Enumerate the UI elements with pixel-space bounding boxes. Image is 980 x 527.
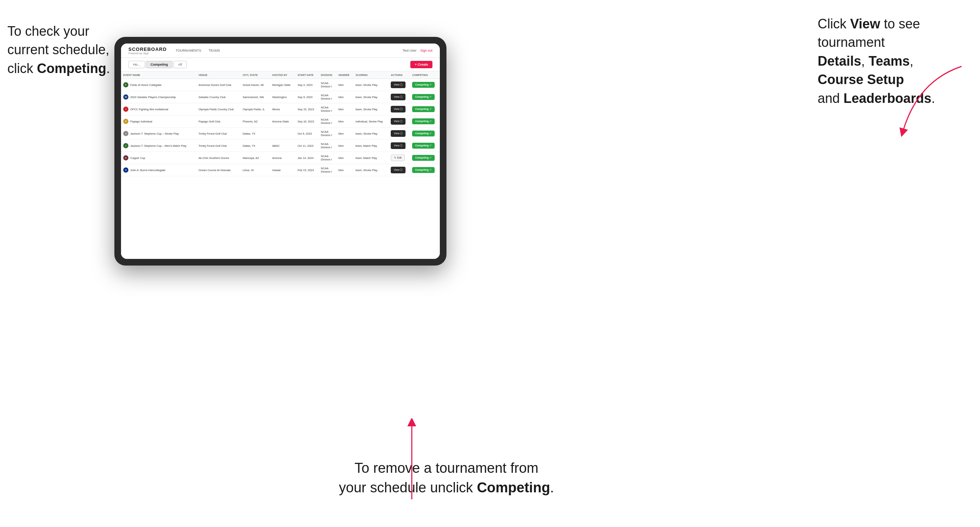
event-name: Copper Cup bbox=[130, 156, 145, 160]
create-button[interactable]: + Create bbox=[410, 61, 433, 68]
view-button[interactable]: View ⓘ bbox=[391, 106, 406, 113]
event-name: Papago Individual bbox=[130, 120, 153, 123]
competing-badge[interactable]: Competing ✓ bbox=[412, 118, 435, 124]
division-cell: NCAADivision I bbox=[321, 81, 332, 88]
app-header: SCOREBOARD Powered by clippi TOURNAMENTS… bbox=[121, 43, 440, 58]
table-row: P Papago Individual Papago Golf ClubPhoe… bbox=[121, 116, 440, 128]
table-cell: Ocean Course At Hokuala bbox=[196, 164, 240, 176]
table-row: A Copper Cup Ak-Chin Southern DunesMaric… bbox=[121, 152, 440, 164]
event-name: Jackson T. Stephens Cup – Men's Match Pl… bbox=[130, 144, 186, 148]
col-scoring: SCORING bbox=[353, 71, 389, 79]
table-row: H John A. Burns Intercollegiate Ocean Co… bbox=[121, 164, 440, 176]
team-logo: J bbox=[123, 131, 129, 136]
tournaments-table: EVENT NAME VENUE CITY, STATE HOSTED BY S… bbox=[121, 71, 440, 176]
actions-cell: View ⓘ bbox=[388, 116, 410, 128]
view-button[interactable]: View ⓘ bbox=[391, 167, 406, 173]
table-cell: Phoenix, AZ bbox=[240, 116, 270, 128]
table-cell: American Dunes Golf Club bbox=[196, 79, 240, 91]
table-cell: Sahalee Country Club bbox=[196, 91, 240, 103]
competing-badge[interactable]: Competing ✓ bbox=[412, 130, 435, 137]
scoring-cell: team, Stroke Play bbox=[353, 103, 389, 116]
table-cell: Maricopa, AZ bbox=[240, 152, 270, 164]
table-cell: Illinois bbox=[270, 103, 296, 116]
gender-cell: Men bbox=[336, 128, 353, 140]
event-name: John A. Burns Intercollegiate bbox=[130, 168, 165, 172]
gender-cell: Men bbox=[336, 116, 353, 128]
competing-badge[interactable]: Competing ✓ bbox=[412, 94, 435, 100]
col-event-name: EVENT NAME bbox=[121, 71, 196, 79]
gender-cell: Men bbox=[336, 152, 353, 164]
view-button[interactable]: View ⓘ bbox=[391, 118, 406, 125]
competing-cell: Competing ✓ bbox=[410, 116, 440, 128]
competing-cell: Competing ✓ bbox=[410, 103, 440, 116]
edit-button[interactable]: ✎ Edit bbox=[391, 154, 405, 161]
annotation-bottom: To remove a tournament from your schedul… bbox=[317, 459, 576, 497]
scoring-cell: team, Stroke Play bbox=[353, 79, 389, 91]
nav-teams[interactable]: TEAMS bbox=[208, 49, 220, 52]
tablet-screen: SCOREBOARD Powered by clippi TOURNAMENTS… bbox=[121, 43, 440, 259]
header-right: Test User Sign out bbox=[402, 49, 433, 52]
division-cell: NCAADivision I bbox=[321, 130, 332, 137]
division-cell: NCAADivision I bbox=[321, 106, 332, 113]
table-cell: Papago Golf Club bbox=[196, 116, 240, 128]
table-cell: Sep 15, 2023 bbox=[295, 103, 318, 116]
tournaments-table-container: EVENT NAME VENUE CITY, STATE HOSTED BY S… bbox=[121, 71, 440, 259]
table-header: EVENT NAME VENUE CITY, STATE HOSTED BY S… bbox=[121, 71, 440, 79]
tab-home[interactable]: Ho... bbox=[129, 61, 145, 68]
tab-group: Ho... Competing All bbox=[129, 61, 187, 68]
header-left: SCOREBOARD Powered by clippi TOURNAMENTS… bbox=[129, 46, 220, 55]
team-logo: A bbox=[123, 155, 129, 160]
table-cell: Sammamish, WA bbox=[240, 91, 270, 103]
col-venue: VENUE bbox=[196, 71, 240, 79]
gender-cell: Men bbox=[336, 79, 353, 91]
actions-cell: View ⓘ bbox=[388, 128, 410, 140]
actions-cell: View ⓘ bbox=[388, 103, 410, 116]
table-cell: Sep 18, 2023 bbox=[295, 116, 318, 128]
toolbar: Ho... Competing All + Create bbox=[121, 58, 440, 71]
table-cell: Trinity Forest Golf Club bbox=[196, 128, 240, 140]
tab-competing[interactable]: Competing bbox=[146, 61, 173, 68]
competing-badge[interactable]: Competing ✓ bbox=[412, 82, 435, 88]
competing-cell: Competing ✓ bbox=[410, 164, 440, 176]
view-button[interactable]: View ⓘ bbox=[391, 81, 406, 88]
table-cell: Hawaii bbox=[270, 164, 296, 176]
table-cell: Sep 9, 2023 bbox=[295, 91, 318, 103]
col-division: DIVISION bbox=[319, 71, 337, 79]
col-hosted-by: HOSTED BY bbox=[270, 71, 296, 79]
table-cell: Ak-Chin Southern Dunes bbox=[196, 152, 240, 164]
competing-cell: Competing ✓ bbox=[410, 152, 440, 164]
user-label: Test User bbox=[402, 49, 417, 52]
nav-links: TOURNAMENTS TEAMS bbox=[176, 49, 220, 52]
competing-badge[interactable]: Competing ✓ bbox=[412, 106, 435, 112]
division-cell: NCAADivision I bbox=[321, 167, 332, 173]
view-button[interactable]: View ⓘ bbox=[391, 130, 406, 137]
competing-badge[interactable]: Competing ✓ bbox=[412, 167, 435, 173]
table-row: I OFCC Fighting Illini Invitational Olym… bbox=[121, 103, 440, 116]
team-logo: F bbox=[123, 82, 129, 87]
competing-cell: Competing ✓ bbox=[410, 91, 440, 103]
gender-cell: Men bbox=[336, 103, 353, 116]
team-logo: J bbox=[123, 143, 129, 148]
table-cell: Lihue, HI bbox=[240, 164, 270, 176]
division-cell: NCAADivision I bbox=[321, 94, 332, 100]
competing-cell: Competing ✓ bbox=[410, 79, 440, 91]
scoring-cell: team, Match Play bbox=[353, 152, 389, 164]
actions-cell: View ⓘ bbox=[388, 79, 410, 91]
tab-all[interactable]: All bbox=[173, 61, 187, 68]
division-cell: NCAADivision I bbox=[321, 118, 332, 125]
competing-badge[interactable]: Competing ✓ bbox=[412, 143, 435, 149]
competing-cell: Competing ✓ bbox=[410, 128, 440, 140]
event-name: OFCC Fighting Illini Invitational bbox=[130, 108, 168, 111]
view-button[interactable]: View ⓘ bbox=[391, 142, 406, 149]
view-button[interactable]: View ⓘ bbox=[391, 94, 406, 100]
table-cell: ABAC bbox=[270, 140, 296, 152]
competing-badge[interactable]: Competing ✓ bbox=[412, 155, 435, 161]
table-row: J Jackson T. Stephens Cup – Stroke Play … bbox=[121, 128, 440, 140]
table-cell: Sep 4, 2023 bbox=[295, 79, 318, 91]
table-cell: Dallas, TX bbox=[240, 128, 270, 140]
signout-link[interactable]: Sign out bbox=[420, 49, 433, 52]
nav-tournaments[interactable]: TOURNAMENTS bbox=[176, 49, 201, 52]
table-cell: Feb 15, 2024 bbox=[295, 164, 318, 176]
gender-cell: Men bbox=[336, 91, 353, 103]
actions-cell: ✎ Edit bbox=[388, 152, 410, 164]
